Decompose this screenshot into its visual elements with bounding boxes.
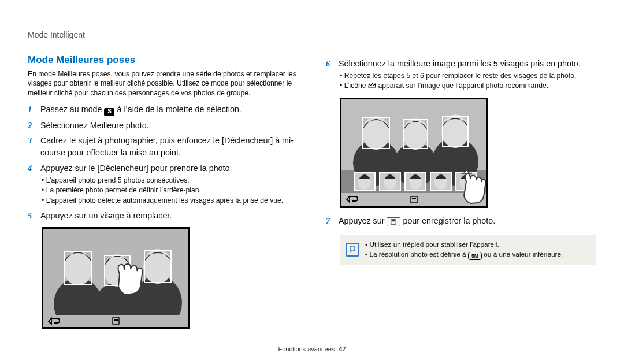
left-column: Mode Meilleures poses En mode Meilleures… [28, 54, 298, 329]
crown-icon [368, 81, 376, 92]
step-2-uiword: Meilleure photo [90, 121, 147, 130]
step-number: 4 [28, 162, 36, 174]
svg-rect-37 [392, 220, 395, 222]
step-4-text-c: ] pour prendre la photo. [146, 164, 232, 173]
step-2-text-a: Sélectionnez [40, 121, 90, 130]
step-3-shutter: Déclencheur [224, 136, 270, 145]
svg-point-20 [441, 114, 469, 148]
step-3-text-a: Cadrez le sujet à photographier, puis en… [40, 136, 224, 145]
step-7: 7 Appuyez sur pour enregistrer la photo. [326, 215, 596, 227]
svg-rect-12 [114, 319, 118, 321]
step-1: 1 Passez au mode S à l’aide de la molett… [28, 103, 298, 116]
step-number: 6 [326, 58, 334, 70]
svg-point-4 [64, 251, 92, 285]
mode-s-icon: S [104, 108, 114, 116]
step-7-text-b: pour enregistrer la photo. [403, 216, 495, 225]
step-6-text: Sélectionnez la meilleure image parmi le… [339, 58, 581, 70]
step-4-text-a: Appuyez sur le [ [40, 164, 100, 173]
intro-paragraph: En mode Meilleures poses, vous pouvez pr… [28, 69, 298, 98]
footer-section: Fonctions avancées [278, 346, 335, 352]
section-title: Mode Meilleures poses [28, 54, 298, 66]
page-footer: Fonctions avancées 47 [28, 346, 596, 352]
step-1-text-a: Passez au mode [40, 105, 104, 114]
resolution-5m-icon: 5M [468, 252, 482, 260]
illustration-step5 [42, 227, 190, 329]
step-4-sub3: L’appareil photo détecte automatiquement… [42, 196, 298, 206]
note-box: Utilisez un trépied pour stabiliser l’ap… [340, 235, 596, 265]
step-6-sub2: L’icône apparaît sur l’image que l’appar… [340, 81, 596, 92]
step-7-text-a: Appuyez sur [339, 216, 387, 225]
running-header: Mode Intelligent [28, 30, 596, 39]
note-icon [346, 243, 359, 257]
step-4-sub1: L’appareil photo prend 5 photos consécut… [42, 176, 298, 186]
step-4-sub2: La première photo permet de définir l’ar… [42, 185, 298, 196]
note-2: La résolution photo est définie à 5M ou … [365, 250, 563, 260]
step-2-text-c: . [147, 121, 149, 130]
step-3: 3 Cadrez le sujet à photographier, puis … [28, 135, 298, 158]
page-number: 47 [339, 346, 346, 352]
step-6-sub1: Répétez les étapes 5 et 6 pour remplacer… [340, 71, 596, 81]
note-1: Utilisez un trépied pour stabiliser l’ap… [365, 240, 563, 250]
step-1-text-b: à l’aide de la molette de sélection. [117, 105, 241, 114]
svg-point-18 [362, 116, 390, 150]
step-4-shutter: Déclencheur [100, 164, 146, 173]
illustration-step6 [340, 98, 488, 208]
step-number: 3 [28, 135, 36, 158]
right-column: 6 Sélectionnez la meilleure image parmi … [326, 54, 596, 329]
step-4-sub: L’appareil photo prend 5 photos consécut… [42, 176, 298, 206]
svg-rect-35 [412, 198, 416, 199]
step-6: 6 Sélectionnez la meilleure image parmi … [326, 58, 596, 70]
svg-point-19 [403, 118, 428, 150]
step-number: 5 [28, 210, 36, 222]
step-4: 4 Appuyez sur le [Déclencheur] pour pren… [28, 162, 298, 174]
step-number: 1 [28, 103, 36, 116]
step-6-sub: Répétez les étapes 5 et 6 pour remplacer… [340, 71, 596, 92]
step-2: 2 Sélectionnez Meilleure photo. [28, 120, 298, 132]
step-5: 5 Appuyez sur un visage à remplacer. [28, 210, 298, 222]
svg-rect-10 [43, 315, 188, 327]
save-icon [387, 217, 400, 226]
svg-point-6 [143, 249, 172, 284]
step-5-text: Appuyez sur un visage à remplacer. [40, 210, 172, 222]
step-number: 7 [326, 215, 334, 227]
step-number: 2 [28, 120, 36, 132]
